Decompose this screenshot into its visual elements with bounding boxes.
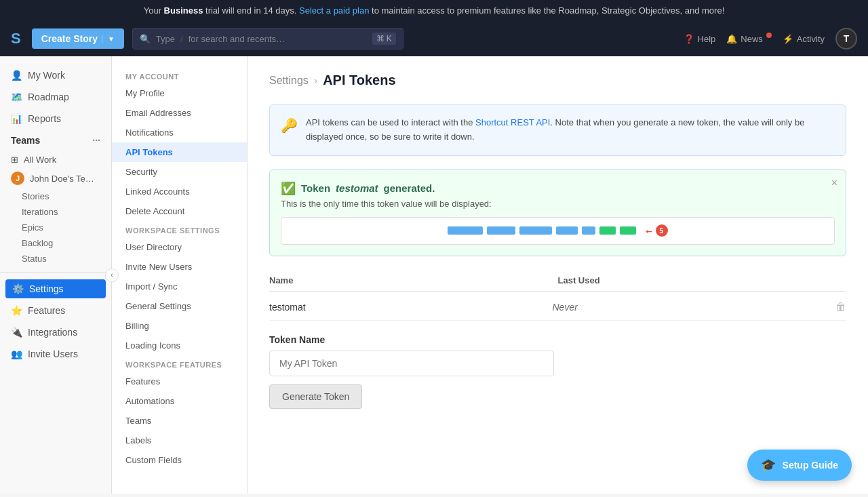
left-sidebar: 👤 My Work 🗺️ Roadmap 📊 Reports Teams ···… (0, 56, 112, 494)
app-logo: S (11, 30, 21, 47)
teams-more-button[interactable]: ··· (92, 135, 100, 146)
avatar[interactable]: T (835, 28, 857, 49)
settings-item-automations[interactable]: Automations (112, 391, 247, 411)
sidebar-item-epics[interactable]: Epics (0, 220, 111, 235)
settings-item-features[interactable]: Features (112, 372, 247, 391)
sidebar-item-backlog[interactable]: Backlog (0, 235, 111, 251)
header-right: ❓ Help 🔔 News ⚡ Activity T (684, 28, 857, 49)
settings-item-import-sync[interactable]: Import / Sync (112, 277, 247, 296)
copy-count-badge: 5 (656, 224, 668, 237)
sidebar-item-my-work[interactable]: 👤 My Work (0, 64, 111, 86)
news-notification-dot (766, 33, 772, 38)
table-row: testomat Never 🗑 (269, 294, 846, 321)
settings-item-my-profile[interactable]: My Profile (112, 83, 247, 103)
settings-item-billing[interactable]: Billing (112, 316, 247, 336)
sidebar-item-reports[interactable]: 📊 Reports (0, 108, 111, 130)
settings-sidebar: My Account My Profile Email Addresses No… (112, 56, 248, 494)
create-story-chevron: ▼ (102, 35, 115, 43)
generate-token-button[interactable]: Generate Token (269, 384, 362, 409)
token-segment (519, 226, 552, 235)
sidebar-item-john-doe-team[interactable]: J John Doe's Te… (0, 168, 111, 188)
sidebar-item-iterations[interactable]: Iterations (0, 204, 111, 220)
close-success-button[interactable]: × (831, 177, 837, 189)
reports-icon: 📊 (11, 113, 22, 124)
workspace-settings-section-title: Workspace Settings (112, 221, 247, 237)
sidebar-item-integrations[interactable]: 🔌 Integrations (0, 321, 111, 343)
sidebar-item-settings[interactable]: ⚙️ Settings (5, 279, 106, 298)
check-icon: ✅ (281, 181, 296, 196)
my-account-section-title: My Account (112, 67, 247, 83)
token-segment (487, 226, 515, 235)
app-header: S Create Story ▼ 🔍 Type / for search and… (0, 21, 868, 56)
person-plus-icon: 👥 (11, 349, 22, 359)
token-segment (599, 226, 616, 235)
sidebar-item-invite-users[interactable]: 👥 Invite Users (0, 343, 111, 365)
search-shortcut: ⌘ K (372, 33, 396, 45)
workspace-features-section-title: Workspace Features (112, 355, 247, 372)
token-segment (448, 226, 483, 235)
settings-item-delete-account[interactable]: Delete Account (112, 201, 247, 221)
api-tokens-info-box: 🔑 API tokens can be used to interact wit… (269, 104, 846, 156)
all-work-icon: ⊞ (11, 155, 18, 165)
team-avatar: J (11, 172, 24, 185)
plug-icon: 🔌 (11, 327, 22, 338)
main-content: Settings › API Tokens 🔑 API tokens can b… (248, 56, 868, 494)
roadmap-icon: 🗺️ (11, 92, 22, 102)
settings-item-custom-fields[interactable]: Custom Fields (112, 450, 247, 470)
gear-icon: ⚙️ (12, 283, 24, 294)
select-plan-link[interactable]: Select a paid plan (299, 5, 369, 16)
settings-item-invite-new-users[interactable]: Invite New Users (112, 257, 247, 277)
token-segment (620, 226, 636, 235)
token-segment (556, 226, 578, 235)
sidebar-item-stories[interactable]: Stories (0, 188, 111, 204)
left-sidebar-bottom: ⚙️ Settings ⭐ Features 🔌 Integrations 👥 … (0, 272, 111, 365)
sidebar-collapse-button[interactable]: ‹ (105, 269, 119, 282)
sidebar-item-roadmap[interactable]: 🗺️ Roadmap (0, 86, 111, 108)
settings-item-linked-accounts[interactable]: Linked Accounts (112, 182, 247, 201)
breadcrumb: Settings › API Tokens (269, 73, 846, 88)
arrow-left-icon: ← (646, 224, 653, 237)
settings-item-loading-icons[interactable]: Loading Icons (112, 336, 247, 355)
settings-item-labels[interactable]: Labels (112, 431, 247, 450)
token-value-display[interactable]: ← 5 (281, 217, 835, 245)
token-form: Token Name Generate Token (269, 334, 846, 409)
rest-api-link[interactable]: Shortcut REST API (475, 117, 550, 127)
person-icon: 👤 (11, 70, 22, 81)
sidebar-item-features[interactable]: ⭐ Features (0, 300, 111, 321)
help-link[interactable]: ❓ Help (684, 34, 716, 44)
sidebar-item-status[interactable]: Status (0, 251, 111, 266)
settings-item-general-settings[interactable]: General Settings (112, 296, 247, 316)
settings-item-teams[interactable]: Teams (112, 411, 247, 431)
settings-item-user-directory[interactable]: User Directory (112, 237, 247, 257)
delete-token-button[interactable]: 🗑 (835, 301, 846, 313)
trial-banner: Your Business trial will end in 14 days.… (0, 0, 868, 21)
settings-item-notifications[interactable]: Notifications (112, 123, 247, 142)
settings-item-email-addresses[interactable]: Email Addresses (112, 103, 247, 123)
search-icon: 🔍 (140, 34, 151, 44)
activity-link[interactable]: ⚡ Activity (783, 34, 825, 44)
star-icon: ⭐ (11, 305, 22, 316)
sidebar-item-all-work[interactable]: ⊞ All Work (0, 151, 111, 168)
key-icon: 🔑 (281, 117, 298, 134)
token-generated-success-box: ✅ Token testomat generated. This is the … (269, 170, 846, 256)
tokens-table-header: Name Last Used (269, 270, 846, 292)
token-name-input[interactable] (269, 351, 554, 376)
search-bar[interactable]: 🔍 Type / for search and recents… ⌘ K (132, 28, 403, 49)
settings-item-security[interactable]: Security (112, 162, 247, 182)
news-link[interactable]: 🔔 News (726, 34, 772, 44)
teams-header: Teams ··· (0, 130, 111, 151)
settings-item-api-tokens[interactable]: API Tokens (112, 142, 247, 162)
token-segment (582, 226, 595, 235)
setup-guide-button[interactable]: 🎓 Setup Guide (747, 450, 852, 481)
create-story-button[interactable]: Create Story ▼ (32, 28, 124, 49)
graduation-icon: 🎓 (761, 458, 776, 473)
